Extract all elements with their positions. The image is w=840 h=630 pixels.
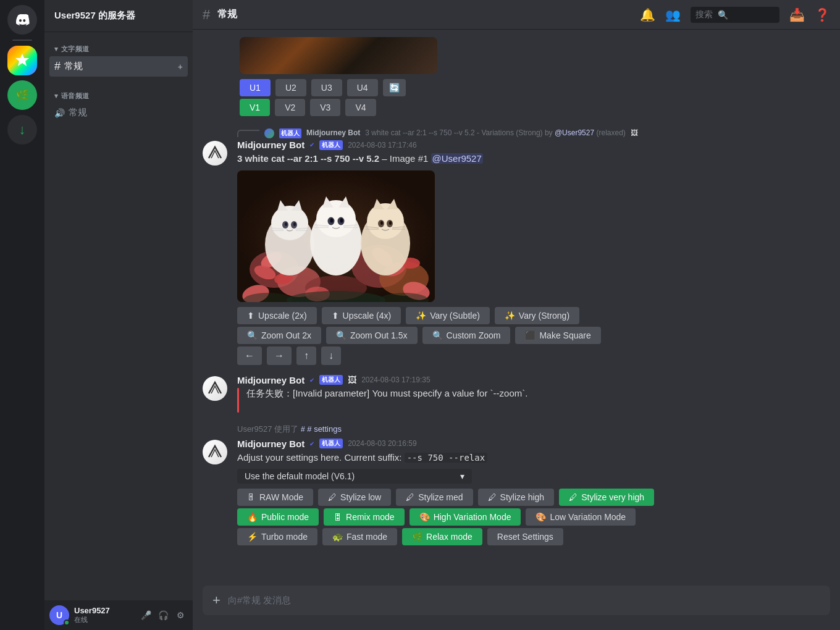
chevron-down-icon: ▾ [54,45,59,53]
cat-image [237,170,435,302]
message-body-2: Midjourney Bot ✔ 机器人 🖼 2024-08-03 17:19:… [203,375,830,413]
deafen-button[interactable]: 🎧 [156,608,170,623]
server-divider [12,40,32,41]
stylize-very-high-button[interactable]: 🖊 Stylize very high [559,489,654,506]
add-attachment-button[interactable]: + [212,592,220,608]
model-dropdown[interactable]: Use the default model (V6.1) ▾ [237,469,472,484]
server-icon-green[interactable]: 🌿 [7,80,37,110]
u4-button[interactable]: U4 [347,79,378,96]
zoom-out-2x-button[interactable]: 🔍 Zoom Out 2x [237,327,321,344]
stylize-low-button[interactable]: 🖊 Stylize low [318,489,391,506]
text-channels-section: ▾ 文字频道 # 常规 + [44,32,193,79]
check-icon-3: ✔ [309,440,314,447]
bell-icon[interactable]: 🔔 [640,7,655,22]
settings-row-2: 🔥 Public mode 🎛 Remix mode 🎨 High Variat… [237,508,830,526]
svg-point-14 [271,206,308,240]
u1-button[interactable]: U1 [240,79,271,96]
arrow-up-button[interactable]: ↑ [296,346,316,365]
bot-badge-2: 机器人 [319,375,343,385]
settings-link[interactable]: # # settings [301,424,342,434]
user-status-text: 在线 [74,615,133,624]
message-content-2: Midjourney Bot ✔ 机器人 🖼 2024-08-03 17:19:… [237,375,830,413]
button-row-vary: V1 V2 V3 V4 [240,99,830,116]
stylize-med-button[interactable]: 🖊 Stylize med [396,489,472,506]
top-bar-right: 🔔 👥 搜索 🔍 📥 ❓ [640,7,830,23]
raw-mode-button[interactable]: 🎚 RAW Mode [237,489,313,506]
make-square-button[interactable]: ⬛ Make Square [515,327,600,344]
u2-button[interactable]: U2 [275,79,306,96]
message-group-top: U1 U2 U3 U4 🔄 V1 V2 V3 V4 [193,35,840,124]
text-category[interactable]: ▾ 文字频道 [49,42,188,56]
channel-item-regular[interactable]: # 常规 + [49,56,188,77]
search-bar[interactable]: 搜索 🔍 [691,7,779,23]
timestamp-3: 2024-08-03 20:16:59 [348,439,416,448]
user-panel-icons: 🎤 🎧 ⚙ [138,608,188,623]
message-input-placeholder[interactable]: 向#常规 发消息 [228,595,820,607]
inbox-icon[interactable]: 📥 [789,7,805,22]
svg-point-26 [316,200,356,237]
server-name[interactable]: User9527 的服务器 [44,0,193,32]
raw-mode-icon: 🎚 [247,492,256,502]
message-group-3: User9527 使用了 # # settings Midjourney Bot [193,415,840,551]
mute-button[interactable]: 🎤 [138,608,153,623]
zoom-out-15x-button[interactable]: 🔍 Zoom Out 1.5x [326,327,418,344]
stylize-high-icon: 🖊 [488,492,497,502]
discord-home-button[interactable] [7,5,37,35]
vary-strong-button[interactable]: ✨ Vary (Strong) [495,307,579,324]
channel-sidebar: User9527 的服务器 ▾ 文字频道 # 常规 + ▾ 语音频道 🔊 常规 … [44,0,193,630]
arrow-right-button[interactable]: → [267,346,292,365]
help-icon[interactable]: ❓ [815,7,830,22]
bot-badge-1: 机器人 [319,140,343,150]
reset-settings-button[interactable]: Reset Settings [487,528,563,545]
settings-user-action: User9527 使用了 # # settings [203,422,830,436]
high-variation-icon: 🎨 [419,512,430,522]
message-input-box: + 向#常规 发消息 [203,586,830,615]
svg-marker-0 [15,54,29,66]
upscale-2x-button[interactable]: ⬆ Upscale (2x) [237,307,317,324]
custom-zoom-button[interactable]: 🔍 Custom Zoom [422,327,511,344]
v3-button[interactable]: V3 [310,99,340,116]
error-text-content: 任务失败：[Invalid parameter] You must specif… [239,388,527,413]
fast-mode-icon: 🐢 [332,532,343,542]
remix-mode-button[interactable]: 🎛 Remix mode [324,508,405,526]
search-placeholder: 搜索 [695,9,713,20]
public-mode-icon: 🔥 [247,512,258,522]
add-channel-icon[interactable]: + [178,62,183,72]
relax-mode-button[interactable]: 🌿 Relax mode [402,528,482,545]
voice-channel-regular[interactable]: 🔊 常规 [49,103,188,122]
high-variation-button[interactable]: 🎨 High Variation Mode [410,508,521,526]
stylize-high-button[interactable]: 🖊 Stylize high [478,489,555,506]
svg-point-32 [340,218,343,222]
stylize-very-high-icon: 🖊 [569,492,578,502]
turbo-mode-button[interactable]: ⚡ Turbo mode [237,528,317,545]
voice-category[interactable]: ▾ 语音频道 [49,89,188,103]
server-icon-user9527[interactable] [7,46,37,75]
zoom-out-2x-icon: 🔍 [247,330,258,340]
settings-row-3: ⚡ Turbo mode 🐢 Fast mode 🌿 Relax mode [237,528,830,545]
u3-button[interactable]: U3 [311,79,342,96]
arrow-left-button[interactable]: ← [237,346,262,365]
button-row-upscale-actions: ⬆ Upscale (2x) ⬆ Upscale (4x) ✨ Vary (Su… [237,307,830,324]
stylize-low-icon: 🖊 [328,492,337,502]
server-icon-download[interactable]: ↓ [7,115,37,145]
low-variation-button[interactable]: 🎨 Low Variation Mode [526,508,636,526]
vary-subtle-icon: ✨ [416,311,426,321]
stylize-med-icon: 🖊 [406,492,414,502]
timestamp-2: 2024-08-03 17:19:35 [361,376,430,384]
error-block: 任务失败：[Invalid parameter] You must specif… [237,388,830,413]
v4-button[interactable]: V4 [345,99,376,116]
reply-content: 3 white cat --ar 2:1 --s 750 --v 5.2 - V… [365,128,626,137]
v2-button[interactable]: V2 [275,99,305,116]
user-display-name: User9527 [74,606,133,615]
public-mode-button[interactable]: 🔥 Public mode [237,508,319,526]
messages-area: U1 U2 U3 U4 🔄 V1 V2 V3 V4 [193,30,840,586]
arrow-down-button[interactable]: ↓ [321,346,341,365]
refresh-button[interactable]: 🔄 [383,79,406,96]
vary-subtle-button[interactable]: ✨ Vary (Subtle) [406,307,490,324]
members-icon[interactable]: 👥 [665,7,681,22]
upscale-4x-button[interactable]: ⬆ Upscale (4x) [322,307,401,324]
v1-button[interactable]: V1 [240,99,270,116]
settings-button[interactable]: ⚙ [173,608,188,623]
message-text-3: Adjust your settings here. Current suffi… [237,452,830,464]
fast-mode-button[interactable]: 🐢 Fast mode [322,528,397,545]
